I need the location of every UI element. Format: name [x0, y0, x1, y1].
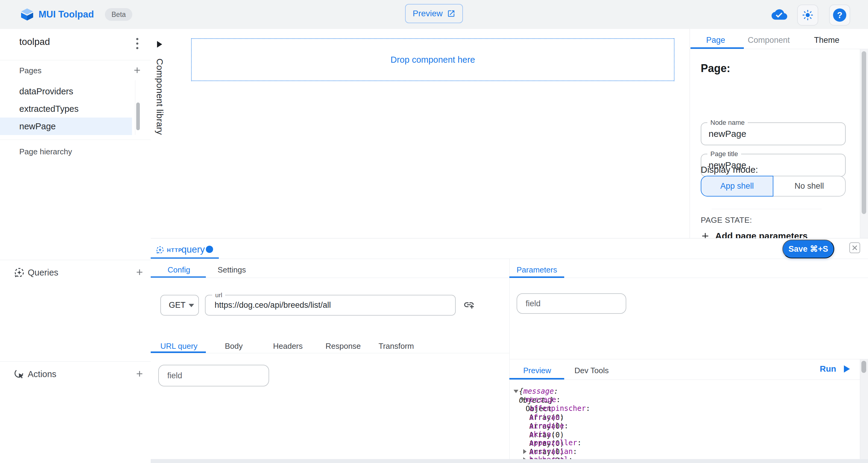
- display-mode-no-shell[interactable]: No shell: [773, 176, 846, 196]
- play-icon: [844, 365, 850, 373]
- component-library-label: Component library: [155, 59, 165, 135]
- add-query-button[interactable]: [133, 266, 146, 279]
- url-query-field-input[interactable]: field: [158, 365, 269, 387]
- divider: [151, 353, 509, 353]
- add-page-parameters-label: Add page parameters: [715, 231, 808, 238]
- divider: [712, 209, 822, 209]
- divider: [0, 60, 151, 60]
- parameters-field-input[interactable]: field: [517, 293, 626, 314]
- cloud-done-icon[interactable]: [772, 8, 787, 21]
- parameters-field-value: field: [526, 294, 541, 313]
- sidebar-item-extractedtypes[interactable]: extractedTypes: [0, 100, 132, 118]
- sidebar-item-newpage[interactable]: newPage: [0, 118, 132, 135]
- display-mode-app-shell[interactable]: App shell: [701, 176, 773, 196]
- toolpad-logo-icon: [20, 7, 34, 22]
- inspector-panel: Page Component Theme Page: Node name new…: [689, 29, 868, 238]
- actions-section-label: Actions: [28, 369, 56, 379]
- active-tab-indicator: [509, 276, 564, 278]
- tab-page[interactable]: Page: [706, 36, 725, 45]
- chevron-down-icon: [189, 304, 194, 307]
- preview-button-label: Preview: [412, 9, 443, 19]
- tab-theme[interactable]: Theme: [814, 36, 839, 45]
- app-title: MUI Toolpad: [38, 0, 94, 29]
- add-page-button[interactable]: [130, 64, 144, 77]
- url-query-field-value: field: [167, 365, 182, 386]
- project-menu-button[interactable]: [130, 35, 144, 52]
- http-method-select[interactable]: GET: [160, 295, 199, 316]
- inspector-scrollbar-thumb[interactable]: [862, 51, 866, 214]
- tab-parameters[interactable]: Parameters: [517, 265, 557, 275]
- divider: [0, 260, 151, 260]
- beta-badge: Beta: [105, 8, 132, 21]
- http-method-value: GET: [169, 296, 186, 315]
- sidebar-item-dataproviders[interactable]: dataProviders: [0, 83, 132, 100]
- run-query-button[interactable]: Run: [820, 364, 850, 374]
- actions-icon: [14, 368, 25, 379]
- queries-section-label: Queries: [28, 268, 59, 278]
- unsaved-changes-dot: [206, 246, 213, 253]
- expand-component-library-button[interactable]: [157, 41, 162, 48]
- display-mode-label: Display mode:: [701, 164, 758, 175]
- run-label: Run: [820, 364, 836, 374]
- app-root: MUI Toolpad Beta Preview toolpad Pa: [0, 0, 868, 463]
- kebab-icon: [136, 38, 138, 40]
- pages-scrollbar-thumb[interactable]: [136, 102, 140, 130]
- divider: [0, 140, 151, 140]
- query-name-label: query: [181, 244, 205, 255]
- theme-toggle-button[interactable]: [797, 4, 818, 26]
- add-action-button[interactable]: [133, 367, 146, 380]
- tab-config[interactable]: Config: [167, 265, 190, 275]
- plus-icon: [132, 65, 142, 75]
- help-button[interactable]: [829, 4, 850, 26]
- divider: [509, 359, 868, 359]
- tab-preview[interactable]: Preview: [523, 366, 551, 375]
- close-icon: [852, 245, 858, 250]
- tree-collapse-icon[interactable]: [514, 390, 518, 393]
- pages-scrollbar-track: [135, 80, 135, 135]
- page-heading: Page:: [701, 62, 730, 75]
- pages-section-label: Pages: [19, 66, 41, 75]
- query-icon: [156, 246, 164, 254]
- tab-component[interactable]: Component: [748, 36, 790, 45]
- help-icon: [833, 8, 846, 22]
- project-name: toolpad: [19, 36, 50, 47]
- bottom-scrollbar-track: [151, 459, 868, 463]
- result-scrollbar-thumb[interactable]: [861, 361, 866, 373]
- brightness-icon: [802, 10, 813, 21]
- plus-icon: [135, 267, 144, 277]
- node-name-value: newPage: [709, 123, 835, 145]
- queries-icon: [14, 267, 25, 278]
- add-link-button[interactable]: [462, 298, 475, 311]
- add-page-parameters-button[interactable]: Add page parameters: [701, 231, 808, 238]
- tree-collapse-icon[interactable]: [520, 398, 525, 402]
- preview-button[interactable]: Preview: [405, 4, 463, 23]
- close-query-editor-button[interactable]: [849, 242, 860, 253]
- save-button[interactable]: Save ⌘+S: [782, 240, 834, 258]
- tab-transform[interactable]: Transform: [378, 342, 414, 351]
- query-protocol-label: HTTP: [167, 247, 182, 253]
- add-link-icon: [463, 299, 475, 310]
- open-in-new-icon: [447, 9, 456, 18]
- component-dropzone[interactable]: Drop component here: [191, 38, 675, 81]
- page-hierarchy-label: Page hierarchy: [19, 147, 72, 156]
- divider: [690, 49, 868, 49]
- result-scrollbar-track: [860, 359, 868, 459]
- tab-dev-tools[interactable]: Dev Tools: [575, 366, 609, 375]
- tab-body[interactable]: Body: [225, 342, 243, 351]
- url-input-value: https://dog.ceo/api/breeds/list/all: [215, 296, 331, 315]
- url-input[interactable]: url https://dog.ceo/api/breeds/list/all: [205, 295, 456, 316]
- plus-icon: [135, 369, 144, 379]
- tab-response[interactable]: Response: [326, 342, 361, 351]
- plus-icon: [701, 232, 710, 238]
- tree-expand-icon[interactable]: [523, 449, 527, 454]
- node-name-field[interactable]: Node name newPage: [701, 122, 846, 145]
- tab-headers[interactable]: Headers: [273, 342, 303, 351]
- page-state-label: PAGE STATE:: [701, 216, 752, 225]
- json-preview-tree: {message: Object…} message: Object affen…: [510, 380, 860, 459]
- tab-settings[interactable]: Settings: [218, 265, 246, 275]
- tab-url-query[interactable]: URL query: [160, 342, 197, 351]
